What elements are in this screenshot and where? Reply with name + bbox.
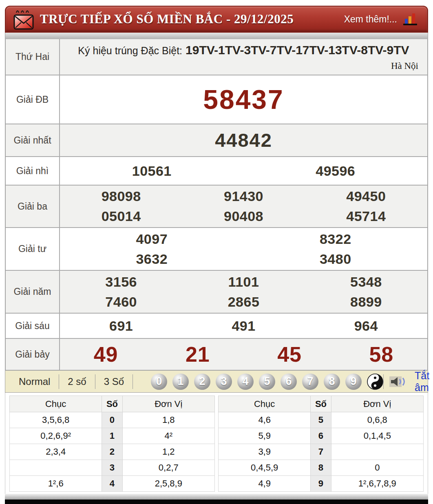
prize-number: 8899 — [305, 292, 427, 312]
prize-number: 98098 — [60, 186, 182, 206]
digit-cell: 3 — [102, 460, 122, 476]
units-cell: 1,2 — [122, 444, 214, 460]
prize-number: 49450 — [305, 186, 427, 206]
tens-cell: 4,9 — [219, 476, 311, 492]
mute-button[interactable]: Tắt âm — [415, 370, 429, 393]
number-ball-3[interactable]: 3 — [216, 374, 232, 390]
mode-normal-button[interactable]: Normal — [10, 376, 59, 387]
row-first-prize: Giải nhất 44842 — [6, 124, 427, 157]
control-bar: Normal 2 số 3 Số 0 1 2 3 4 5 6 7 8 9 — [5, 371, 428, 393]
prize-label: Giải bảy — [6, 339, 60, 370]
see-more-link[interactable]: Xem thêm!... — [344, 14, 397, 25]
prize-number: 964 — [305, 316, 427, 336]
stats-row: 1²,6 4 2,5,8,9 — [10, 476, 215, 492]
units-cell: 4² — [122, 428, 214, 444]
units-cell: 1,8 — [122, 412, 214, 428]
prize-number: 05014 — [60, 206, 182, 226]
stats-row: 4,6 5 0,6,8 — [219, 412, 424, 428]
prize-number: 49 — [60, 343, 152, 366]
prize-label: Giải ba — [6, 186, 60, 227]
divider — [133, 374, 133, 389]
digit-cell: 9 — [311, 476, 331, 492]
tens-cell — [10, 460, 102, 476]
mode-2so-button[interactable]: 2 số — [59, 376, 95, 387]
stats-row: 2,3,4 2 1,2 — [10, 444, 215, 460]
prize-label: Giải năm — [6, 271, 60, 313]
column-header: Đơn Vị — [331, 396, 423, 412]
number-ball-1[interactable]: 1 — [172, 374, 189, 390]
sound-controls: Tắt âm — [383, 370, 433, 393]
prize-number: 7460 — [60, 292, 182, 312]
prize-number: 691 — [60, 316, 182, 336]
bar-chart-icon[interactable] — [403, 13, 418, 26]
prize-number: 58437 — [60, 84, 427, 115]
page-title: TRỰC TIẾP XỔ SỐ MIỀN BẮC - 29/12/2025 — [40, 12, 294, 27]
row-fifth-prize: Giải năm 3156 1101 5348 7460 2865 8899 — [6, 271, 427, 314]
prize-number: 8322 — [244, 229, 428, 249]
number-ball-6[interactable]: 6 — [281, 374, 297, 390]
footer-black-bar — [5, 500, 428, 504]
tens-cell: 3,9 — [219, 444, 311, 460]
number-ball-4[interactable]: 4 — [237, 374, 254, 390]
prize-number: 1101 — [182, 272, 305, 292]
prize-label: Giải nhì — [6, 157, 60, 185]
tens-cell: 5,9 — [219, 428, 311, 444]
number-ball-7[interactable]: 7 — [302, 374, 318, 390]
prize-number: 21 — [152, 343, 243, 366]
page-footer — [5, 494, 428, 504]
prize-number: 90408 — [182, 206, 305, 226]
digit-cell: 4 — [102, 476, 122, 492]
mode-3so-button[interactable]: 3 Số — [95, 376, 133, 387]
prize-number: 49596 — [244, 161, 428, 181]
number-ball-0[interactable]: 0 — [151, 374, 167, 390]
row-fourth-prize: Giải tư 4097 8322 3632 3480 — [6, 228, 427, 271]
digit-cell: 0 — [102, 412, 122, 428]
stats-row: 3,5,6,8 0 1,8 — [10, 412, 215, 428]
number-ball-8[interactable]: 8 — [324, 374, 340, 390]
number-ball-5[interactable]: 5 — [259, 374, 275, 390]
prize-number: 58 — [336, 343, 427, 366]
prize-label: Giải ĐB — [6, 75, 60, 124]
tens-cell: 4,6 — [219, 412, 311, 428]
stats-row: 0,4,5,9 8 0 — [219, 460, 424, 476]
prize-number: 3632 — [60, 249, 244, 269]
prize-number: 45 — [244, 343, 336, 366]
prize-number: 5348 — [305, 272, 427, 292]
speaker-icon[interactable] — [389, 376, 409, 388]
prize-label: Giải tư — [6, 228, 60, 270]
stats-row: 5,9 6 0,1,4,5 — [219, 428, 424, 444]
province-label: Hà Nội — [66, 61, 421, 71]
units-cell — [331, 444, 423, 460]
row-seventh-prize: Giải bảy 49 21 45 58 — [6, 339, 427, 370]
digit-cell: 7 — [311, 444, 331, 460]
number-ball-2[interactable]: 2 — [194, 374, 210, 390]
special-sign-codes: 19TV-1TV-3TV-7TV-17TV-13TV-8TV-9TV — [186, 43, 409, 57]
number-ball-9[interactable]: 9 — [345, 374, 362, 390]
special-sign-line: Ký hiệu trúng Đặc Biệt:19TV-1TV-3TV-7TV-… — [66, 43, 421, 57]
prize-number: 91430 — [182, 186, 305, 206]
stats-row: 3 0,2,7 — [10, 460, 215, 476]
yin-yang-icon[interactable] — [367, 374, 383, 390]
row-second-prize: Giải nhì 10561 49596 — [6, 157, 427, 186]
prize-label: Giải nhất — [6, 124, 60, 156]
stats-table-right: Chục Số Đơn Vị 4,6 5 0,6,8 5,9 6 0,1,4,5… — [218, 396, 424, 492]
tens-cell: 3,5,6,8 — [10, 412, 102, 428]
column-header: Chục — [219, 396, 311, 412]
prize-number: 4097 — [60, 229, 244, 249]
digit-cell: 5 — [311, 412, 331, 428]
column-header: Đơn Vị — [122, 396, 214, 412]
stats-row: 4,9 9 1²,6,7,8,9 — [219, 476, 424, 492]
tens-cell: 0,2,6,9² — [10, 428, 102, 444]
prize-number: 45714 — [305, 206, 427, 226]
prize-number: 491 — [182, 316, 305, 336]
digit-cell: 2 — [102, 444, 122, 460]
column-header: Chục — [10, 396, 102, 412]
tens-cell: 2,3,4 — [10, 444, 102, 460]
tens-cell: 1²,6 — [10, 476, 102, 492]
prize-label: Giải sáu — [6, 314, 60, 338]
row-special-prize: Giải ĐB 58437 — [6, 75, 427, 124]
stats-table-left: Chục Số Đơn Vị 3,5,6,8 0 1,8 0,2,6,9² 1 … — [9, 396, 215, 492]
units-cell: 0 — [331, 460, 423, 476]
prize-number: 44842 — [60, 129, 427, 151]
hot-mail-icon — [13, 8, 34, 31]
